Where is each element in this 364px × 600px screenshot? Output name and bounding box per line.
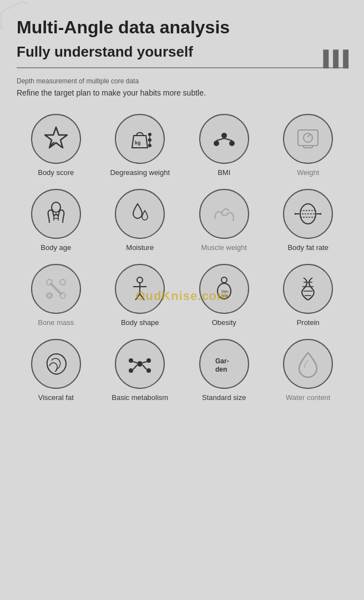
protein-icon-circle xyxy=(283,264,333,314)
svg-line-12 xyxy=(216,138,224,141)
svg-point-52 xyxy=(129,368,133,373)
depth-text: Depth measurement of multiple core data xyxy=(17,77,347,85)
bmi-label: BMI xyxy=(218,168,230,178)
svg-line-13 xyxy=(224,138,232,141)
moisture-icon xyxy=(125,199,154,228)
basic-metabolism-icon xyxy=(125,349,154,378)
metrics-grid: Body score kg Degreasing weight xyxy=(17,114,347,403)
svg-marker-28 xyxy=(294,213,296,215)
body-shape-icon-circle xyxy=(115,264,165,314)
muscle-weight-icon-circle xyxy=(199,189,249,239)
bone-mass-label: Bone mass xyxy=(38,318,74,328)
moisture-icon-circle xyxy=(115,189,165,239)
body-age-label: Body age xyxy=(41,243,71,253)
svg-text:Gar-: Gar- xyxy=(215,357,229,365)
svg-point-49 xyxy=(137,361,143,367)
svg-line-34 xyxy=(51,284,61,294)
svg-text:den: den xyxy=(215,366,227,373)
water-content-icon-circle xyxy=(283,339,333,389)
svg-line-55 xyxy=(143,362,146,363)
body-age-icon xyxy=(42,199,70,228)
weight-icon-circle xyxy=(283,114,333,164)
visceral-fat-icon xyxy=(42,349,70,378)
body-score-label: Body score xyxy=(38,168,74,178)
body-score-icon-circle xyxy=(31,114,81,164)
svg-point-35 xyxy=(48,294,51,297)
svg-rect-15 xyxy=(304,146,312,148)
degreasing-weight-item: kg Degreasing weight xyxy=(101,114,180,178)
standard-size-icon-circle: Gar- den xyxy=(199,339,249,389)
bmi-item: BMI xyxy=(185,114,264,178)
body-fat-rate-item: Body fat rate xyxy=(269,189,348,253)
body-age-icon-circle xyxy=(31,189,81,239)
svg-line-17 xyxy=(308,134,310,137)
standard-size-label: Standard size xyxy=(202,393,246,403)
muscle-weight-label: Muscle weight xyxy=(201,243,247,253)
divider xyxy=(17,67,347,68)
body-shape-icon xyxy=(125,274,154,303)
body-score-item: Body score xyxy=(17,114,95,178)
protein-label: Protein xyxy=(297,318,320,328)
visceral-fat-label: Visceral fat xyxy=(38,393,74,403)
svg-point-9 xyxy=(221,133,227,138)
standard-size-item: Gar- den Standard size xyxy=(185,339,264,403)
bmi-icon xyxy=(210,124,239,153)
svg-line-54 xyxy=(133,362,137,363)
main-title: Multi-Angle data analysis xyxy=(17,17,347,38)
basic-metabolism-label: Basic metabolism xyxy=(112,393,168,403)
svg-point-36 xyxy=(137,277,143,283)
basic-metabolism-item: Basic metabolism xyxy=(101,339,180,403)
degreasing-weight-icon-circle: kg xyxy=(115,114,165,164)
muscle-weight-item: Muscle weight xyxy=(185,189,264,253)
svg-marker-4 xyxy=(45,127,67,148)
body-shape-label: Body shape xyxy=(121,318,159,328)
obesity-icon: Sev- eral xyxy=(210,274,239,303)
muscle-weight-icon xyxy=(210,199,239,228)
weight-label: Weight xyxy=(297,168,319,178)
bar-chart-icon: ▐▐▐ xyxy=(317,50,347,68)
svg-point-50 xyxy=(129,358,133,363)
visceral-fat-icon-circle xyxy=(31,339,81,389)
obesity-label: Obesity xyxy=(212,318,236,328)
degreasing-weight-icon: kg xyxy=(125,124,154,153)
svg-point-41 xyxy=(221,277,227,283)
degreasing-weight-label: Degreasing weight xyxy=(110,168,170,178)
weight-icon xyxy=(294,124,322,153)
svg-line-39 xyxy=(135,294,140,300)
body-fat-rate-icon xyxy=(294,199,322,228)
svg-line-56 xyxy=(133,365,137,369)
svg-line-57 xyxy=(143,365,146,369)
refine-text: Refine the target plan to make your habi… xyxy=(17,88,347,97)
body-age-item: Body age xyxy=(17,189,95,253)
svg-rect-14 xyxy=(298,130,318,146)
obesity-icon-circle: Sev- eral xyxy=(199,264,249,314)
water-content-label: Water content xyxy=(286,393,330,403)
svg-point-11 xyxy=(229,141,235,146)
svg-text:Sev-: Sev- xyxy=(221,289,230,293)
sub-title: Fully understand yourself xyxy=(17,43,347,61)
bone-mass-icon-circle xyxy=(31,264,81,314)
svg-point-51 xyxy=(146,358,151,363)
body-score-icon xyxy=(42,124,70,153)
body-fat-rate-label: Body fat rate xyxy=(287,243,328,253)
protein-item: Protein xyxy=(269,264,348,328)
svg-point-53 xyxy=(146,368,151,373)
bmi-icon-circle xyxy=(199,114,249,164)
bone-mass-item: Bone mass xyxy=(17,264,95,328)
standard-size-icon: Gar- den xyxy=(210,349,239,378)
svg-marker-29 xyxy=(320,213,322,215)
bone-mass-icon xyxy=(42,274,70,303)
svg-text:eral: eral xyxy=(221,294,228,298)
svg-text:kg: kg xyxy=(135,140,141,146)
body-fat-rate-icon-circle xyxy=(283,189,333,239)
water-content-item: Water content xyxy=(269,339,348,403)
svg-point-16 xyxy=(304,133,312,142)
obesity-item: Sev- eral Obesity xyxy=(185,264,264,328)
protein-icon xyxy=(294,274,322,303)
svg-point-10 xyxy=(214,141,219,146)
water-content-icon xyxy=(294,349,322,378)
visceral-fat-item: Visceral fat xyxy=(17,339,95,403)
svg-line-40 xyxy=(140,294,144,300)
body-shape-item: Body shape xyxy=(101,264,180,328)
moisture-item: Moisture xyxy=(101,189,180,253)
